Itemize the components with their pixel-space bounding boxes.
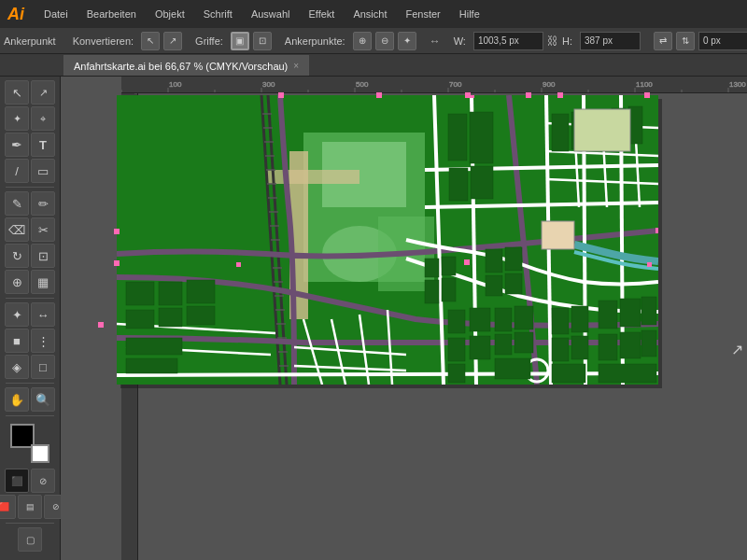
ankerpunkte-btn-2[interactable]: ⊖: [375, 32, 394, 50]
eyedropper-tool[interactable]: ✦: [5, 302, 29, 327]
ankerpunkt-label: Ankerpunkt: [4, 35, 56, 47]
width-input[interactable]: [473, 32, 543, 50]
svg-rect-108: [495, 308, 512, 331]
tool-row-11: ◈ □: [5, 355, 55, 379]
griffe-btn-2[interactable]: ⊡: [253, 32, 272, 50]
tool-row-3: ✒ T: [5, 133, 55, 157]
svg-rect-91: [126, 282, 154, 305]
color-mode-btn[interactable]: 🟥: [0, 495, 16, 519]
pencil-tool[interactable]: ✏: [31, 191, 55, 216]
svg-rect-46: [266, 170, 359, 184]
tool-row-color-type: 🟥 ▤ ⊘: [0, 495, 68, 519]
column-graph-tool[interactable]: ▦: [31, 270, 55, 294]
svg-rect-112: [495, 358, 530, 379]
svg-rect-139: [542, 221, 574, 249]
x-input[interactable]: [698, 32, 747, 50]
menu-objekt[interactable]: Objekt: [150, 7, 190, 21]
svg-rect-111: [514, 332, 533, 353]
direct-select-tool[interactable]: ↗: [31, 80, 55, 105]
scale-tool[interactable]: ⊡: [31, 244, 55, 268]
shapes-builder-tool[interactable]: ◈: [5, 355, 29, 379]
link-icon[interactable]: ⛓: [547, 33, 558, 49]
tool-row-2: ✦ ⌖: [5, 106, 55, 131]
menu-effekt[interactable]: Effekt: [303, 7, 339, 21]
svg-rect-136: [486, 275, 502, 296]
background-color[interactable]: [31, 444, 49, 463]
tool-sep-5: [6, 523, 54, 524]
rect-tool[interactable]: ▭: [31, 159, 55, 183]
svg-rect-92: [159, 282, 182, 305]
menu-hilfe[interactable]: Hilfe: [455, 7, 485, 21]
transform-icon[interactable]: ↔: [430, 33, 441, 49]
blend-tool[interactable]: ⊕: [5, 270, 29, 294]
svg-rect-113: [552, 308, 569, 334]
svg-rect-101: [449, 168, 468, 201]
svg-rect-125: [552, 114, 569, 151]
svg-text:700: 700: [449, 80, 462, 89]
tool-row-10: ■ ⋮: [5, 329, 55, 353]
anchor-top-2: [644, 92, 650, 98]
tab-close-btn[interactable]: ×: [293, 61, 299, 71]
line-tool[interactable]: /: [5, 159, 29, 183]
svg-rect-134: [486, 249, 502, 273]
mesh-tool[interactable]: ⋮: [31, 329, 55, 353]
menu-ansicht[interactable]: Ansicht: [348, 7, 391, 21]
gradient-tool[interactable]: ■: [5, 329, 29, 353]
gradient-mode-btn[interactable]: ▤: [18, 495, 42, 519]
options-toolbar: Ankerpunkt Konvertieren: ↖ ↗ Griffe: ▣ ⊡…: [0, 28, 747, 54]
color-swatch-area: [10, 424, 49, 463]
ankerpunkte-btn-3[interactable]: ✦: [398, 32, 416, 50]
anchor-bottom-1: [278, 92, 284, 98]
svg-rect-103: [448, 310, 465, 333]
svg-rect-93: [187, 280, 215, 303]
menu-bearbeiten[interactable]: Bearbeiten: [82, 7, 141, 21]
artboard-tool[interactable]: □: [31, 355, 55, 379]
anchor-right-1: [114, 229, 120, 234]
tool-row-6: ⌫ ✂: [5, 217, 55, 242]
titlebar: Ai Datei Bearbeiten Objekt Schrift Auswa…: [0, 0, 747, 28]
measure-tool[interactable]: ↔: [31, 302, 55, 327]
svg-text:1300: 1300: [729, 80, 746, 89]
svg-rect-121: [599, 334, 617, 360]
select-tool[interactable]: ↖: [5, 80, 29, 105]
anchor-left-1: [114, 260, 120, 266]
tab-label: Anfahrtskarte.ai bei 66,67 % (CMYK/Vorsc…: [74, 61, 288, 72]
height-input[interactable]: [580, 32, 641, 50]
svg-text:1100: 1100: [636, 80, 653, 89]
svg-rect-98: [126, 358, 177, 373]
eraser-tool[interactable]: ⌫: [5, 217, 29, 242]
rotate-tool[interactable]: ↻: [5, 244, 29, 268]
menu-datei[interactable]: Datei: [39, 7, 73, 21]
ankerpunkte-btn-1[interactable]: ⊕: [353, 32, 372, 50]
screen-mode-btn[interactable]: ▢: [18, 527, 42, 552]
magic-wand-tool[interactable]: ✦: [5, 106, 29, 131]
type-tool[interactable]: T: [31, 133, 55, 157]
document-tab[interactable]: Anfahrtskarte.ai bei 66,67 % (CMYK/Vorsc…: [63, 55, 309, 76]
griffe-btn-1[interactable]: ▣: [231, 32, 249, 50]
paintbrush-tool[interactable]: ✎: [5, 191, 29, 216]
menu-schrift[interactable]: Schrift: [199, 7, 237, 21]
konvertieren-btn-2[interactable]: ↗: [163, 32, 182, 50]
lasso-tool[interactable]: ⌖: [31, 106, 55, 131]
none-btn[interactable]: ⊘: [31, 469, 55, 493]
svg-rect-117: [552, 364, 585, 383]
flip-btn[interactable]: ⇄: [654, 32, 672, 50]
ai-logo: Ai: [7, 5, 24, 24]
flip-v-btn[interactable]: ⇅: [676, 32, 695, 50]
svg-text:100: 100: [169, 80, 182, 89]
svg-rect-122: [620, 332, 641, 358]
konvertieren-btn-1[interactable]: ↖: [141, 32, 160, 50]
svg-rect-109: [514, 306, 533, 329]
ankerpunkte-label: Ankerpunkte:: [285, 35, 345, 47]
width-indicator: W:: [454, 35, 466, 47]
menu-fenster[interactable]: Fenster: [401, 7, 444, 21]
menu-auswahl[interactable]: Auswahl: [247, 7, 295, 21]
tool-row-screen-mode: ▢: [18, 527, 42, 552]
zoom-tool[interactable]: 🔍: [31, 387, 55, 412]
scissors-tool[interactable]: ✂: [31, 217, 55, 242]
pen-tool[interactable]: ✒: [5, 133, 29, 157]
konvertieren-label: Konvertieren:: [73, 35, 134, 47]
fill-stroke-toggle[interactable]: ⬛: [5, 469, 29, 493]
hand-tool[interactable]: ✋: [5, 387, 29, 412]
griffe-label: Griffe:: [195, 35, 223, 47]
